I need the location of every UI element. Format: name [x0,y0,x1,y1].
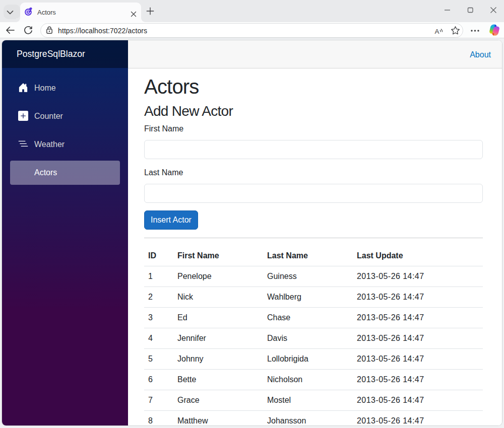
svg-text:A: A [435,28,439,35]
